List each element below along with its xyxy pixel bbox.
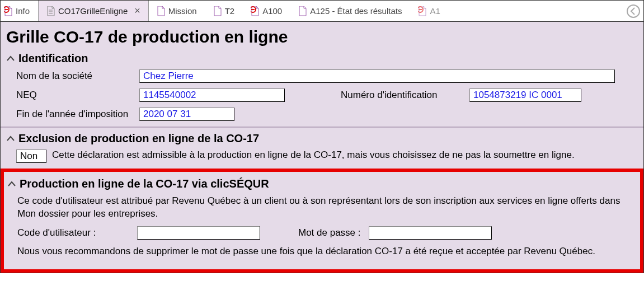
section-heading-clicsequr: Production en ligne de la CO-17 via clic… <box>20 177 269 190</box>
page-title: Grille CO-17 de production en ligne <box>6 27 638 46</box>
collapse-toggle-clicsequr[interactable] <box>7 180 16 189</box>
tab-mission[interactable]: Mission <box>149 1 205 21</box>
input-password[interactable] <box>369 226 492 240</box>
collapse-toggle-exclusion[interactable] <box>6 134 15 143</box>
tab-label: A100 <box>262 6 282 16</box>
collapse-toggle-identification[interactable] <box>6 54 15 63</box>
text-clicsequr-desc: Ce code d'utilisateur est attribué par R… <box>17 195 637 221</box>
tab-label: A125 - État des résultats <box>310 6 402 16</box>
back-button[interactable] <box>626 3 641 19</box>
label-usercode: Code d'utilisateur : <box>17 227 129 238</box>
tab-label: Mission <box>168 6 197 16</box>
label-company: Nom de la société <box>16 71 134 82</box>
field-numid[interactable]: 1054873219 IC 0001 <box>469 88 581 102</box>
tab-bar: Info CO17GrilleEnligne × Mission T2 A1 <box>1 1 643 22</box>
section-heading-identification: Identification <box>18 52 88 65</box>
field-fye[interactable]: 2020 07 31 <box>139 107 234 121</box>
document-icon <box>46 6 55 16</box>
tab-a1[interactable]: A1 <box>410 1 448 21</box>
close-icon[interactable]: × <box>134 5 140 17</box>
field-company[interactable]: Chez Pierre <box>139 69 615 83</box>
text-clicsequr-note: Nous vous recommandons de supprimer le m… <box>17 245 637 258</box>
tab-label: Info <box>16 6 30 16</box>
field-neq[interactable]: 1145540002 <box>139 88 285 102</box>
field-exclusion[interactable]: Non <box>16 149 46 163</box>
tab-a100[interactable]: A100 <box>243 1 290 21</box>
tab-label: A1 <box>430 6 440 16</box>
highlight-clicsequr: Production en ligne de la CO-17 via clic… <box>1 169 643 273</box>
document-icon <box>298 6 307 16</box>
document-remove-icon <box>418 6 426 16</box>
section-heading-exclusion: Exclusion de production en ligne de la C… <box>18 132 259 145</box>
document-remove-icon <box>251 6 259 16</box>
tab-label: T2 <box>225 6 235 16</box>
tab-t2[interactable]: T2 <box>205 1 243 21</box>
input-usercode[interactable] <box>137 226 260 240</box>
tab-info[interactable]: Info <box>1 1 38 21</box>
label-numid: Numéro d'identification <box>341 90 464 101</box>
document-icon <box>213 6 222 16</box>
svg-point-9 <box>627 5 640 17</box>
document-icon <box>157 6 165 16</box>
text-exclusion: Cette déclaration est admissible à la pr… <box>52 149 575 161</box>
label-fye: Fin de l'année d'imposition <box>16 109 134 120</box>
tab-a125[interactable]: A125 - État des résultats <box>290 1 410 21</box>
label-password: Mot de passe : <box>298 227 361 238</box>
tab-label: CO17GrilleEnligne <box>58 6 128 16</box>
document-remove-icon <box>4 6 12 16</box>
label-neq: NEQ <box>16 90 134 101</box>
tab-co17grille[interactable]: CO17GrilleEnligne × <box>38 1 149 21</box>
